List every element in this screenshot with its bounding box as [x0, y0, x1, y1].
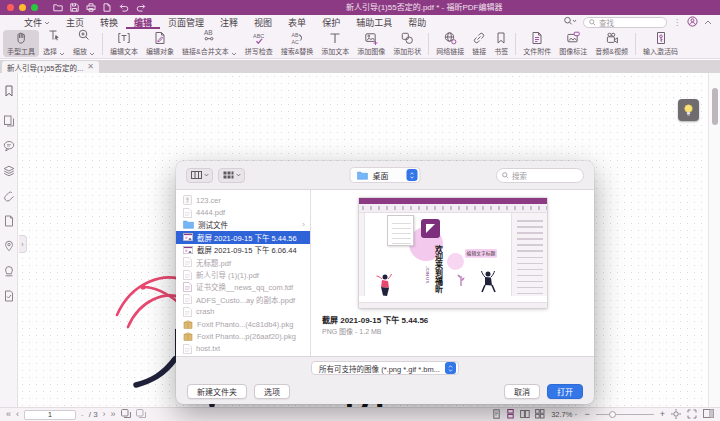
- prev-page-button[interactable]: ‹: [16, 410, 19, 419]
- edit-object-button[interactable]: 编辑对象: [142, 30, 178, 57]
- menu-item-8[interactable]: 保护: [314, 15, 348, 29]
- link-merge-button[interactable]: AB链接&合并文本: [178, 30, 241, 57]
- edit-text-button[interactable]: 编辑文本: [106, 30, 142, 57]
- cancel-button[interactable]: 取消: [504, 384, 540, 399]
- file-row[interactable]: 测试文件›: [176, 219, 310, 231]
- menu-item-6[interactable]: 视图: [246, 15, 280, 29]
- file-row[interactable]: Foxit Phanto...p(26aaf20).pkg: [176, 330, 310, 342]
- zoom-slider[interactable]: [596, 414, 654, 415]
- file-row[interactable]: crash: [176, 306, 310, 318]
- page-number-input[interactable]: [24, 410, 76, 420]
- spellcheck-button[interactable]: ABC拼写检查: [241, 30, 277, 57]
- new-folder-button[interactable]: 新建文件夹: [187, 384, 247, 399]
- menu-item-10[interactable]: 帮助: [400, 15, 434, 29]
- file-row[interactable]: Foxit Phanto...(4c81db4).pkg: [176, 318, 310, 330]
- layers-icon[interactable]: [3, 165, 15, 177]
- undo-icon[interactable]: [118, 3, 129, 12]
- image-annot-button[interactable]: 图像标注: [555, 30, 591, 57]
- next-view-icon[interactable]: [136, 409, 146, 420]
- hand-button[interactable]: 手型工具: [3, 30, 39, 57]
- fullscreen-icon[interactable]: [687, 409, 697, 421]
- vertical-scrollbar[interactable]: [708, 73, 720, 407]
- link-button[interactable]: 链接: [468, 30, 490, 57]
- kebab-menu-icon[interactable]: ⋮: [673, 18, 681, 27]
- zoom-window-button[interactable]: [31, 4, 38, 11]
- add-text-button[interactable]: 添加文本: [317, 30, 353, 57]
- file-row[interactable]: 无标题.pdf: [176, 256, 310, 268]
- dialog-search-input[interactable]: 搜索: [496, 168, 584, 183]
- file-format-dropdown[interactable]: 所有可支持的图像 (*.png *.gif *.bm...: [311, 361, 459, 375]
- quad-icon[interactable]: [535, 409, 545, 421]
- prev-view-icon[interactable]: [121, 409, 131, 420]
- zoom-in-button[interactable]: +: [660, 410, 665, 419]
- search-replace-button[interactable]: ABAC搜索&替换: [277, 30, 318, 57]
- comments-icon[interactable]: [3, 140, 15, 152]
- column-view-button[interactable]: [186, 168, 213, 183]
- destination-icon[interactable]: [3, 240, 15, 252]
- menu-item-3[interactable]: 编辑: [126, 15, 160, 29]
- find-options-icon[interactable]: [563, 16, 577, 28]
- zoom-button[interactable]: 缩放: [69, 30, 99, 57]
- av-button[interactable]: 音频&视频: [591, 30, 632, 57]
- new-doc-icon[interactable]: [103, 3, 111, 12]
- close-window-button[interactable]: [7, 4, 14, 11]
- activation-button[interactable]: 输入激活码: [639, 30, 682, 57]
- bookmark-button[interactable]: 书签: [490, 30, 512, 57]
- validate-icon[interactable]: [3, 290, 15, 302]
- menu-item-7[interactable]: 表单: [280, 15, 314, 29]
- tips-lightbulb-button[interactable]: [678, 99, 699, 121]
- file-row[interactable]: 4444.pdf: [176, 206, 310, 218]
- stamp-icon[interactable]: [3, 265, 15, 277]
- close-tab-icon[interactable]: ✕: [87, 63, 94, 71]
- gallery-view-button[interactable]: [218, 168, 245, 183]
- page-icon[interactable]: [3, 215, 15, 227]
- file-row[interactable]: 截屏 2021-09-15 下午 5.44.56: [176, 231, 310, 243]
- ribbon-button-label: 网络链接: [436, 46, 464, 56]
- options-button[interactable]: 选项: [254, 384, 290, 399]
- find-input[interactable]: 查找: [583, 17, 667, 28]
- redo-icon[interactable]: [136, 3, 147, 12]
- collapse-ribbon-icon[interactable]: [704, 17, 712, 27]
- next-page-button[interactable]: ›: [103, 410, 106, 419]
- first-page-button[interactable]: «: [6, 410, 11, 419]
- svg-text:ABC: ABC: [253, 33, 264, 39]
- zoom-slider-knob[interactable]: [609, 411, 616, 418]
- image-annot-icon: [566, 31, 580, 45]
- account-avatar-icon[interactable]: [687, 16, 698, 29]
- add-image-button[interactable]: 添加图像: [353, 30, 389, 57]
- file-row[interactable]: 截屏 2021-09-15 下午 6.06.44: [176, 244, 310, 256]
- reticle-icon[interactable]: [671, 409, 681, 421]
- document-tab[interactable]: 新人引导(1)55否定的... ✕: [2, 61, 99, 73]
- add-shape-button[interactable]: 添加形状: [389, 30, 425, 57]
- weblink-button[interactable]: 网络链接: [432, 30, 468, 57]
- attachment-button[interactable]: 文件附件: [519, 30, 555, 57]
- file-row[interactable]: 123.cer: [176, 194, 310, 206]
- file-row[interactable]: 证书交换__news_qq_com.fdf: [176, 281, 310, 293]
- select-button[interactable]: 选择: [39, 30, 69, 57]
- bookmark-icon[interactable]: [2, 84, 16, 102]
- file-row[interactable]: host.txt: [176, 343, 310, 355]
- open-button[interactable]: 打开: [547, 384, 583, 399]
- facing-icon[interactable]: [520, 409, 530, 421]
- print-icon[interactable]: [86, 3, 96, 12]
- single-page-icon[interactable]: [492, 409, 501, 421]
- continuous-icon[interactable]: [506, 409, 515, 421]
- scrollbar-thumb[interactable]: [712, 88, 718, 125]
- zoom-out-button[interactable]: −: [584, 410, 589, 419]
- location-dropdown[interactable]: 桌面: [350, 167, 421, 183]
- zoom-level-dropdown[interactable]: 32.7%: [551, 410, 578, 419]
- file-row[interactable]: 新人引导 (1)(1).pdf: [176, 268, 310, 280]
- paperclip-icon[interactable]: [3, 190, 15, 202]
- menu-item-2[interactable]: 转换: [92, 15, 126, 29]
- panel-expander[interactable]: ›: [19, 235, 27, 253]
- pages-icon[interactable]: [3, 115, 15, 127]
- menu-item-9[interactable]: 辅助工具: [348, 15, 400, 29]
- minimize-window-button[interactable]: [19, 4, 26, 11]
- page-total: / 3: [89, 410, 98, 419]
- file-row[interactable]: ADFS_Custo...ay 的副本.ppdf: [176, 293, 310, 305]
- menu-item-5[interactable]: 注释: [212, 15, 246, 29]
- panel-icon[interactable]: [703, 409, 714, 420]
- last-page-button[interactable]: »: [111, 410, 116, 419]
- save-icon[interactable]: [70, 3, 79, 12]
- open-folder-icon[interactable]: [53, 3, 63, 12]
